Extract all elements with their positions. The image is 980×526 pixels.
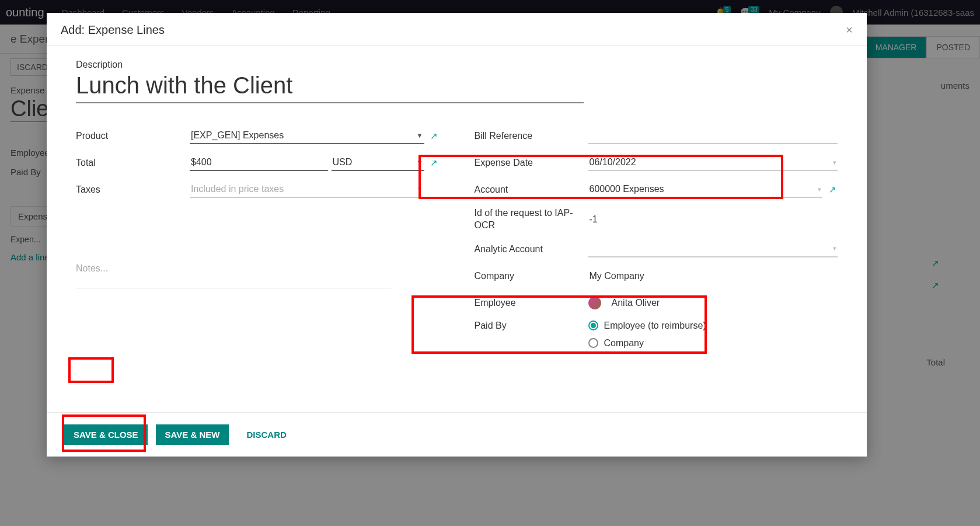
description-input[interactable]: Lunch with the Client [76, 72, 584, 103]
save-close-button[interactable]: SAVE & CLOSE [64, 424, 148, 445]
notes-field[interactable]: Notes... [76, 263, 108, 274]
modal-body: Description Lunch with the Client Produc… [47, 46, 867, 412]
product-field[interactable]: [EXP_GEN] Expenses ▼ [190, 128, 424, 144]
iap-value: -1 [588, 212, 599, 227]
caret-icon: ▼ [417, 186, 423, 193]
modal-header: Add: Expense Lines × [47, 13, 867, 46]
billref-label: Bill Reference [475, 131, 588, 141]
caret-icon: ▾ [833, 159, 836, 166]
iap-label: Id of the request to IAP-OCR [475, 207, 588, 232]
account-field[interactable]: 600000 Expenses ▾ [588, 182, 823, 198]
caret-icon: ▼ [417, 132, 423, 139]
right-column: Bill Reference Expense Date 06/10/2022 ▾… [475, 127, 838, 364]
save-new-button[interactable]: SAVE & NEW [156, 424, 229, 445]
total-amount[interactable]: $400 [190, 155, 328, 171]
product-label: Product [76, 131, 190, 141]
external-link-icon[interactable]: ↗ [429, 131, 440, 141]
caret-icon: ▼ [417, 159, 423, 166]
avatar-icon [588, 297, 601, 309]
company-label: Company [475, 271, 588, 281]
external-link-icon[interactable]: ↗ [827, 184, 838, 195]
account-value: 600000 Expenses [590, 184, 664, 194]
analytic-field[interactable]: ▾ [588, 241, 838, 257]
modal-footer: SAVE & CLOSE SAVE & NEW DISCARD [47, 412, 867, 457]
description-label: Description [76, 60, 838, 70]
total-label: Total [76, 158, 190, 168]
paidby-label: Paid By [475, 321, 588, 331]
radio-icon [588, 338, 598, 348]
caret-icon: ▾ [833, 245, 836, 252]
total-field[interactable]: $400 USD ▼ [190, 155, 424, 171]
left-column: Product [EXP_GEN] Expenses ▼ ↗ Total $40… [76, 127, 440, 364]
paidby-company[interactable]: Company [588, 338, 838, 349]
date-value: 06/10/2022 [590, 157, 636, 168]
modal-title: Add: Expense Lines [61, 23, 165, 37]
taxes-field[interactable]: Included in price taxes ▼ [190, 182, 424, 198]
employee-label: Employee [475, 298, 588, 308]
external-link-icon[interactable]: ↗ [429, 158, 440, 168]
taxes-label: Taxes [76, 184, 190, 195]
taxes-placeholder: Included in price taxes [191, 184, 284, 194]
caret-icon: ▾ [818, 186, 821, 193]
modal: Add: Expense Lines × Description Lunch w… [47, 13, 867, 457]
total-currency[interactable]: USD ▼ [332, 155, 424, 171]
paidby-employee[interactable]: Employee (to reimburse) [588, 321, 838, 331]
product-value: [EXP_GEN] Expenses [191, 130, 284, 141]
company-value[interactable]: My Company [588, 269, 646, 284]
analytic-label: Analytic Account [475, 244, 588, 255]
date-label: Expense Date [475, 158, 588, 168]
radio-checked-icon [588, 321, 598, 330]
date-field[interactable]: 06/10/2022 ▾ [588, 155, 838, 171]
billref-field[interactable] [588, 128, 838, 144]
account-label: Account [475, 184, 588, 195]
notes-divider [76, 288, 391, 288]
discard-button[interactable]: DISCARD [237, 424, 295, 445]
close-icon[interactable]: × [846, 23, 853, 37]
employee-value: Anita Oliver [611, 295, 661, 311]
